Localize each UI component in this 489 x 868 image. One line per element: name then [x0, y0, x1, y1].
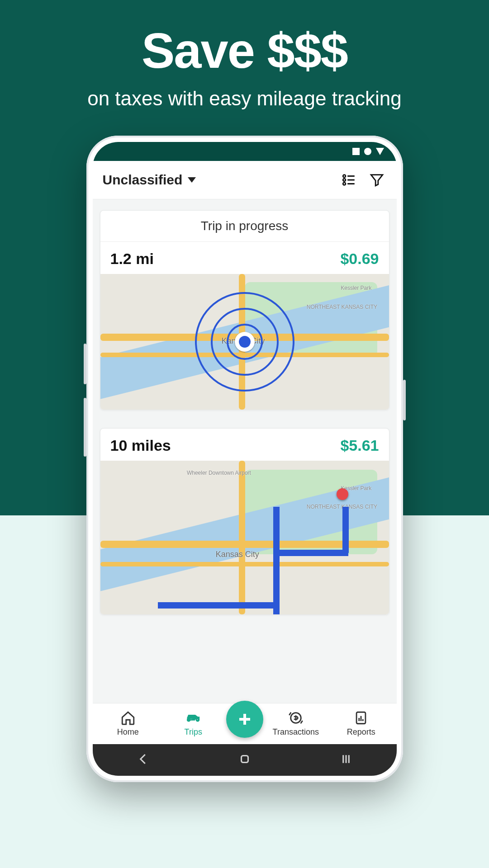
trip-amount: $0.69 [340, 250, 379, 268]
nav-reports[interactable]: Reports [328, 710, 394, 737]
status-circle-icon [364, 148, 371, 155]
android-back-button[interactable] [137, 752, 150, 768]
view-options-button[interactable] [339, 170, 359, 190]
car-icon [185, 710, 201, 726]
svg-rect-13 [241, 756, 248, 763]
svg-point-2 [343, 179, 346, 181]
classification-dropdown[interactable]: Unclassified [103, 172, 331, 188]
nav-trips-label: Trips [185, 727, 202, 737]
trip-card[interactable]: 10 miles $5.61 Kansas City Kessler Park … [100, 428, 389, 615]
status-square-icon [352, 148, 360, 155]
svg-point-4 [343, 183, 346, 185]
plus-icon [237, 711, 253, 727]
trip-distance: 10 miles [110, 437, 171, 454]
promo-subline: on taxes with easy mileage tracking [0, 87, 489, 110]
trip-map[interactable]: Kansas City Kessler Park NORTHEAST KANSA… [100, 274, 389, 410]
android-nav-bar [93, 744, 397, 776]
reports-icon [353, 710, 369, 726]
add-button[interactable] [226, 701, 263, 738]
filter-bar: Unclassified [93, 161, 397, 199]
nav-reports-label: Reports [347, 727, 375, 737]
map-city-label: Kansas City [216, 550, 259, 559]
promo-banner: Save $$$ on taxes with easy mileage trac… [0, 22, 489, 110]
transactions-icon [288, 710, 304, 726]
nav-home[interactable]: Home [95, 710, 161, 737]
destination-pin-icon [337, 488, 348, 500]
promo-headline: Save $$$ [0, 22, 489, 79]
trip-list: Trip in progress 1.2 mi $0.69 Kansas Cit… [93, 199, 397, 703]
map-park-label: Kessler Park [341, 285, 371, 291]
map-ne-label: NORTHEAST KANSAS CITY [307, 304, 377, 310]
trip-amount: $5.61 [340, 437, 379, 454]
map-airport-label: Wheeler Downtown Airport [187, 470, 251, 476]
power-button [403, 380, 406, 420]
android-recents-button[interactable] [339, 752, 353, 768]
phone-frame: Unclassified Trip in progress 1.2 mi $0.… [86, 136, 403, 782]
chevron-down-icon [188, 177, 196, 183]
home-icon [120, 710, 136, 726]
svg-point-0 [343, 175, 346, 178]
nav-trips[interactable]: Trips [161, 710, 226, 737]
filter-button[interactable] [367, 170, 387, 190]
status-signal-icon [376, 148, 384, 155]
bottom-nav: Home Trips Transactions Reports [93, 703, 397, 744]
statusbar [93, 142, 397, 161]
volume-down-button [84, 398, 86, 457]
trip-card-inprogress[interactable]: Trip in progress 1.2 mi $0.69 Kansas Cit… [100, 210, 389, 410]
classification-label: Unclassified [103, 172, 183, 188]
trip-map[interactable]: Kansas City Kessler Park NORTHEAST KANSA… [100, 461, 389, 614]
trip-status-title: Trip in progress [100, 211, 389, 242]
trip-distance: 1.2 mi [110, 250, 154, 268]
nav-transactions[interactable]: Transactions [263, 710, 329, 737]
map-ne-label: NORTHEAST KANSAS CITY [307, 504, 377, 510]
nav-transactions-label: Transactions [273, 727, 319, 737]
nav-home-label: Home [117, 727, 139, 737]
volume-up-button [84, 344, 86, 384]
android-home-button[interactable] [238, 752, 252, 768]
